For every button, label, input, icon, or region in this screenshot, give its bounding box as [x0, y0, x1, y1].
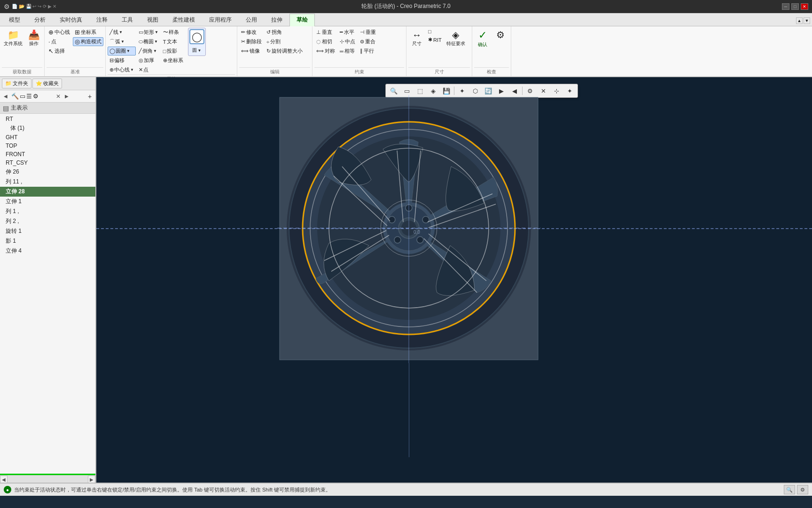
- panel-icon3[interactable]: ☰: [26, 93, 32, 100]
- tab-realtime[interactable]: 实时仿真: [53, 14, 89, 26]
- btn-modify[interactable]: ✏ 修改: [239, 28, 264, 37]
- btn-sketch-point[interactable]: ✕ 点: [137, 65, 160, 74]
- panel-icon2[interactable]: ▭: [20, 93, 25, 100]
- mid-label: 中点: [345, 38, 355, 45]
- btn-settings[interactable]: ⚙: [492, 28, 509, 42]
- ribbon-collapse-btn[interactable]: ▲: [796, 17, 803, 24]
- btn-dim-sq[interactable]: □: [426, 28, 444, 35]
- btn-delete-seg[interactable]: ✂ 删除段: [239, 37, 264, 46]
- btn-filesystem[interactable]: 📁 文件系统: [2, 28, 24, 48]
- tree-item-rt[interactable]: RT: [0, 115, 95, 123]
- btn-project[interactable]: □ 投影: [161, 47, 185, 56]
- btn-line[interactable]: ╱ 线 ▼: [108, 28, 136, 37]
- btn-thicken[interactable]: ◎ 加厚: [137, 56, 160, 65]
- maximize-button[interactable]: □: [791, 3, 799, 10]
- btn-confirm[interactable]: ✓ 确认: [474, 28, 491, 49]
- btn-symmetric[interactable]: ⟺ 对称: [314, 47, 337, 56]
- btn-midpoint[interactable]: ⊹ 中点: [338, 37, 357, 46]
- btn-feature-req[interactable]: ◈ 特征要求: [445, 28, 467, 48]
- nav-right-btn[interactable]: ▶: [63, 93, 70, 100]
- btn-select-cursor[interactable]: ↖ 选择: [47, 47, 72, 56]
- btn-coords[interactable]: ⊞ 坐标系: [73, 28, 103, 37]
- btn-rotate-resize[interactable]: ↻ 旋转调整大小: [265, 47, 304, 56]
- tree-content[interactable]: RT 体 (1) GHT TOP FRONT RT_CSY 伸 26 列 11 …: [0, 114, 95, 474]
- status-btn-right[interactable]: ⚙: [797, 485, 808, 494]
- btn-chamfer[interactable]: ╱ 倒角 ▼: [137, 47, 160, 56]
- canvas-area[interactable]: 🔍 ▭ ⬚ ◈ 💾 ✦ ⬡ 🔄 ▶ ◀ ⚙ ✕ ⊹ ✦: [96, 77, 812, 483]
- tree-item-e1[interactable]: 立伸 1: [0, 197, 95, 206]
- tree-item-rot1[interactable]: 旋转 1: [0, 226, 95, 236]
- tab-common[interactable]: 公用: [239, 14, 264, 26]
- ribbon-expand-btn[interactable]: ▼: [804, 17, 810, 24]
- btn-sketch-centerline[interactable]: ⊕ 中心线 ▼: [108, 65, 136, 74]
- btn-ellipse[interactable]: ⬭ 椭圆 ▼: [137, 37, 160, 46]
- btn-tangent[interactable]: ◌ 相切: [314, 37, 337, 46]
- tab-tools[interactable]: 工具: [115, 14, 140, 26]
- btn-corner[interactable]: ↺ 拐角: [265, 28, 304, 37]
- btn-coincident[interactable]: ⊜ 重合: [358, 37, 378, 46]
- btn-split[interactable]: ÷ 分割: [265, 37, 304, 46]
- btn-dimension[interactable]: ↔ 尺寸: [408, 28, 425, 48]
- tab-flex[interactable]: 柔性建模: [165, 14, 202, 26]
- minimize-button[interactable]: ─: [782, 3, 789, 10]
- btn-offset[interactable]: ⊟ 偏移: [108, 56, 136, 65]
- btn-horizontal[interactable]: ━ 水平: [338, 28, 357, 37]
- tree-item-top[interactable]: TOP: [0, 142, 95, 150]
- window-controls[interactable]: ─ □ ✕: [782, 3, 808, 10]
- ribbon-group-inspect: ✓ 确认 ⚙ 检查: [472, 26, 511, 76]
- btn-folder-tb[interactable]: 📁 文件夹: [2, 79, 31, 88]
- btn-rit[interactable]: ✱ RIT: [426, 36, 444, 44]
- scroll-track-h[interactable]: [8, 476, 88, 483]
- btn-construct-mode[interactable]: ◎ 构造模式: [73, 37, 103, 46]
- btn-arc[interactable]: ⌒ 弧 ▼: [108, 37, 136, 46]
- ribbon-group-constraint: ⊥ 垂直 ◌ 相切 ⟺ 对称 ━ 水平 ⊹ 中点: [312, 26, 406, 76]
- btn-circle-type[interactable]: 圆 ▼: [190, 46, 203, 55]
- btn-equal[interactable]: ═ 相等: [338, 47, 357, 56]
- btn-perp[interactable]: ⊣ 垂重: [358, 28, 378, 37]
- btn-mirror[interactable]: ⟺ 镜像: [239, 47, 264, 56]
- tree-item-c2[interactable]: 列 2 ,: [0, 216, 95, 226]
- scroll-left[interactable]: ◀: [0, 476, 8, 483]
- tree-item-c1[interactable]: 列 1 ,: [0, 206, 95, 216]
- btn-point[interactable]: · 点: [47, 37, 72, 46]
- mini-diamond-btn[interactable]: ✦: [563, 85, 576, 96]
- tree-scrollbar[interactable]: ◀ ▶: [0, 475, 95, 483]
- panel-icon1[interactable]: 🔨: [11, 93, 19, 100]
- close-button[interactable]: ✕: [801, 3, 808, 10]
- tab-sketch[interactable]: 草绘: [289, 14, 315, 26]
- btn-favorites-tb[interactable]: ⭐ 收藏夹: [32, 79, 62, 88]
- btn-text[interactable]: T 文本: [161, 37, 185, 46]
- tab-view[interactable]: 视图: [140, 14, 165, 26]
- tree-item-11[interactable]: 列 11 ,: [0, 177, 95, 187]
- panel-icon4[interactable]: ⚙: [33, 93, 39, 100]
- btn-circle-main[interactable]: ◯: [189, 29, 204, 44]
- tree-item-shadow1[interactable]: 影 1: [0, 236, 95, 246]
- nav-left-btn[interactable]: ◀: [2, 93, 9, 100]
- btn-rect[interactable]: ▭ 矩形 ▼: [137, 28, 160, 37]
- scroll-right[interactable]: ▶: [88, 476, 95, 483]
- status-btn-left[interactable]: 🔍: [784, 485, 795, 494]
- btn-parallel[interactable]: ∥ 平行: [358, 47, 378, 56]
- btn-spline[interactable]: 〜 样条: [161, 28, 185, 37]
- tree-item-front[interactable]: FRONT: [0, 150, 95, 159]
- btn-circle-dropdown[interactable]: ◯ 圆圈 ▼: [108, 47, 136, 56]
- tree-item-body[interactable]: 体 (1): [0, 123, 95, 133]
- mini-plus2-btn[interactable]: ⊹: [550, 85, 562, 96]
- tree-item-26[interactable]: 伸 26: [0, 167, 95, 177]
- btn-centerline[interactable]: ⊕ 中心线: [47, 28, 72, 37]
- tab-analysis[interactable]: 分析: [27, 14, 53, 26]
- tree-item-csy[interactable]: RT_CSY: [0, 159, 95, 167]
- btn-operation[interactable]: 📥 操作: [25, 28, 42, 48]
- tree-item-28[interactable]: 立伸 28: [0, 187, 95, 197]
- tab-apps[interactable]: 应用程序: [202, 14, 239, 26]
- chamfer-label: 倒角: [142, 48, 153, 55]
- tree-item-ght[interactable]: GHT: [0, 133, 95, 142]
- btn-vertical[interactable]: ⊥ 垂直: [314, 28, 337, 37]
- btn-sk-coords[interactable]: ⊕ 坐标系: [161, 56, 185, 65]
- tab-extrude[interactable]: 拉伸: [264, 14, 289, 26]
- panel-add-btn[interactable]: +: [86, 93, 94, 100]
- tab-model[interactable]: 模型: [2, 14, 27, 26]
- panel-close-btn[interactable]: ✕: [55, 93, 62, 100]
- tree-item-e4[interactable]: 立伸 4: [0, 246, 95, 256]
- tab-annotation[interactable]: 注释: [89, 14, 115, 26]
